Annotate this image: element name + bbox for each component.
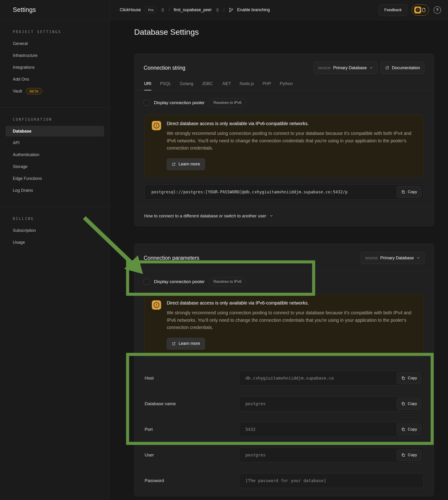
copy-icon [401, 453, 405, 457]
documentation-button[interactable]: Documentation [381, 62, 424, 74]
display-connection-pooler-checkbox[interactable] [144, 279, 150, 285]
tab-php[interactable]: PHP [262, 81, 271, 90]
tab-jdbc[interactable]: JDBC [202, 81, 213, 90]
sidebar-item-database[interactable]: Database [6, 126, 104, 136]
user-field: postgres Copy [239, 448, 424, 463]
sidebar-item-integrations[interactable]: Integrations [0, 62, 110, 73]
tab-uri[interactable]: URI [144, 81, 151, 90]
resolves-to-ipv6-badge: Resolves to IPv6 [209, 277, 246, 286]
sidebar-item-infrastructure[interactable]: Infrastructure [0, 50, 110, 62]
display-connection-pooler-checkbox[interactable] [144, 100, 150, 106]
ipv6-notice: ! Direct database access is only availab… [144, 115, 424, 177]
connection-string-tabs: URI PSQL Golang JDBC .NET Node.js PHP Py… [134, 80, 434, 90]
chevron-down-icon [416, 256, 420, 260]
sidebar-item-vault[interactable]: Vault BETA [0, 85, 110, 97]
sidebar-item-add-ons[interactable]: Add Ons [0, 73, 110, 85]
source-select[interactable]: source Primary Database [361, 252, 424, 264]
sidebar-item-edge-functions[interactable]: Edge Functions [0, 173, 110, 184]
sidebar-item-general[interactable]: General [0, 38, 110, 50]
breadcrumb-separator: / [223, 7, 225, 13]
settings-screen: Settings ClickHouse Pro / first_supabase… [0, 0, 448, 500]
notice-content: Direct database access is only available… [167, 300, 416, 350]
sidebar-heading: BILLING [0, 217, 110, 225]
enable-branching-button[interactable]: Enable branching [237, 7, 270, 12]
learn-more-button[interactable]: Learn more [167, 158, 205, 170]
password-field[interactable]: [The password for your database] [239, 473, 424, 488]
learn-more-button[interactable]: Learn more [167, 338, 205, 350]
sidebar: PROJECT SETTINGS General Infrastructure … [0, 20, 110, 500]
external-link-icon [172, 162, 176, 166]
port-field: 5432 Copy [239, 422, 424, 437]
feedback-button[interactable]: Feedback [379, 4, 407, 16]
sidebar-item-subscription[interactable]: Subscription [0, 225, 110, 236]
external-link-icon [385, 66, 389, 70]
top-bar: Settings ClickHouse Pro / first_supabase… [0, 0, 448, 20]
copy-icon [401, 427, 405, 432]
document-icon [421, 7, 426, 13]
sidebar-item-log-drains[interactable]: Log Drains [0, 184, 110, 196]
top-bar-right: Feedback ! ? [379, 4, 441, 16]
copy-connection-string-button[interactable]: Copy [397, 186, 421, 198]
connection-parameters-card: Connection parameters source Primary Dat… [134, 244, 434, 496]
chevron-up-down-icon[interactable] [215, 8, 220, 12]
top-bar-main: ClickHouse Pro / first_supabase_peer / E… [110, 0, 448, 20]
pooler-toggle-row: Display connection pooler Resolves to IP… [134, 90, 434, 109]
copy-icon [401, 402, 405, 406]
tab-dotnet[interactable]: .NET [222, 81, 231, 90]
beta-badge: BETA [26, 88, 42, 94]
copy-icon [401, 190, 405, 194]
param-row-port: Port 5432 Copy [144, 422, 424, 437]
app-title: Settings [13, 6, 36, 14]
sidebar-item-api[interactable]: API [0, 137, 110, 149]
notice-body: We strongly recommend using connection p… [167, 309, 416, 331]
source-select[interactable]: source Primary Database [314, 62, 377, 74]
notifications-button[interactable]: ! [412, 4, 429, 16]
card-title: Connection parameters [144, 255, 199, 261]
warning-icon: ! [152, 300, 161, 310]
chevron-up-down-icon[interactable] [161, 8, 165, 12]
pooler-label: Display connection pooler [154, 100, 205, 105]
sidebar-item-authentication[interactable]: Authentication [0, 149, 110, 161]
connection-string-header: Connection string source Primary Databas… [134, 54, 434, 80]
connection-parameter-list: Host db.cxhygiuitamxhniiddjm.supabase.co… [134, 357, 434, 496]
ipv6-notice: ! Direct database access is only availab… [144, 294, 424, 357]
external-link-icon [172, 342, 176, 346]
resolves-to-ipv6-badge: Resolves to IPv6 [209, 98, 246, 107]
sidebar-heading: CONFIGURATION [0, 117, 110, 125]
notice-body: We strongly recommend using connection p… [167, 130, 416, 152]
connection-string-value: postgresql://postgres:[YOUR-PASSWORD]@db… [144, 184, 424, 200]
connection-parameters-header: Connection parameters source Primary Dat… [134, 244, 434, 271]
param-row-password: Password [The password for your database… [144, 473, 424, 488]
copy-host-button[interactable]: Copy [397, 372, 421, 384]
plan-badge: Pro [144, 6, 157, 13]
tab-python[interactable]: Python [280, 81, 293, 90]
sidebar-section-project-settings: PROJECT SETTINGS General Infrastructure … [0, 20, 110, 107]
tab-psql[interactable]: PSQL [160, 81, 171, 90]
param-row-database-name: Database name postgres Copy [144, 396, 424, 411]
breadcrumb-project[interactable]: first_supabase_peer [174, 7, 212, 12]
copy-port-button[interactable]: Copy [397, 424, 421, 435]
chevron-down-icon [269, 214, 273, 218]
host-field: db.cxhygiuitamxhniiddjm.supabase.co Copy [239, 371, 424, 386]
page-title: Database Settings [134, 28, 199, 37]
breadcrumb-org[interactable]: ClickHouse [120, 7, 141, 12]
notice-title: Direct database access is only available… [167, 121, 416, 126]
copy-user-button[interactable]: Copy [397, 449, 421, 461]
connection-string-card: Connection string source Primary Databas… [134, 54, 434, 226]
connection-help-expander[interactable]: How to connect to a different database o… [134, 207, 434, 226]
sidebar-item-storage[interactable]: Storage [0, 161, 110, 173]
sidebar-item-usage[interactable]: Usage [0, 236, 110, 248]
copy-database-name-button[interactable]: Copy [397, 398, 421, 410]
tab-nodejs[interactable]: Node.js [240, 81, 254, 90]
copy-icon [401, 376, 405, 380]
database-name-field: postgres Copy [239, 396, 424, 411]
notice-title: Direct database access is only available… [167, 300, 416, 306]
tab-golang[interactable]: Golang [180, 81, 193, 90]
header-controls: source Primary Database Documentation [314, 62, 424, 74]
pooler-toggle-row: Display connection pooler Resolves to IP… [134, 271, 434, 287]
sidebar-section-billing: BILLING Subscription Usage [0, 207, 110, 259]
top-bar-left: Settings [0, 0, 110, 20]
main-content: Database Settings Connection string sour… [110, 20, 448, 500]
help-icon[interactable]: ? [433, 6, 441, 14]
pooler-label: Display connection pooler [154, 279, 205, 284]
